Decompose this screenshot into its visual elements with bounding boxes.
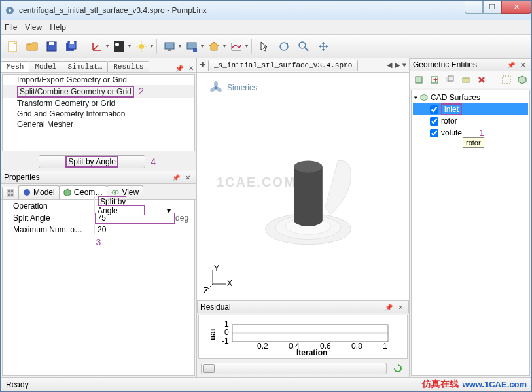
tree-item[interactable]: General Mesher (3, 119, 194, 130)
prop-val-max-num[interactable]: 20 (94, 225, 175, 234)
rotate-icon[interactable] (275, 37, 293, 56)
tab-simulation[interactable]: Simulat… (62, 61, 108, 72)
tab-mesh[interactable]: Mesh (1, 61, 29, 72)
tab-results[interactable]: Results (107, 61, 149, 72)
panel-close-icon[interactable]: ✕ (183, 174, 193, 181)
svg-line-21 (305, 48, 308, 51)
save-all-icon[interactable] (62, 37, 80, 56)
split-by-angle-button[interactable]: Split by Angle (39, 155, 146, 168)
panel-pin-icon[interactable]: 📌 (173, 65, 186, 72)
ge-add-icon[interactable] (412, 73, 425, 86)
tree-item-split-combine[interactable]: Split/Combine Geometry or Grid 2 (3, 85, 194, 98)
annotation-3: 3 (94, 237, 104, 247)
svg-point-37 (294, 161, 323, 173)
annotation-1: 1 (476, 128, 487, 138)
menu-view[interactable]: View (25, 23, 42, 32)
svg-rect-25 (8, 194, 10, 196)
display-icon[interactable] (160, 37, 179, 56)
prop-tab-icon[interactable] (2, 187, 19, 199)
geom-entities-tree[interactable]: ▾ CAD Surfaces inlet rotor volute 1 (411, 90, 530, 376)
maximize-button[interactable]: ☐ (483, 1, 501, 14)
ge-add2-icon[interactable]: + (428, 73, 441, 86)
ge-cube-icon[interactable] (516, 73, 529, 86)
svg-text:Iteration: Iteration (296, 348, 327, 357)
svg-text:+: + (433, 75, 438, 84)
ge-select-icon[interactable] (500, 73, 513, 86)
svg-text:1: 1 (383, 342, 387, 351)
tab-model[interactable]: Model (29, 61, 62, 72)
minimize-button[interactable]: ─ (465, 1, 483, 14)
tree-item[interactable]: Import/Export Geometry or Grid (3, 75, 194, 85)
tree-item[interactable]: Grid and Geometry Information (3, 109, 194, 119)
properties-header: Properties 📌 ✕ (1, 171, 196, 184)
mesh-tree[interactable]: Import/Export Geometry or Grid Split/Com… (2, 74, 195, 151)
cursor-icon[interactable] (255, 37, 274, 56)
panel-pin-icon[interactable]: 📌 (382, 304, 395, 311)
new-icon[interactable] (3, 37, 22, 56)
svg-text:-1: -1 (222, 336, 229, 346)
next-tab-icon[interactable]: ▶ (395, 61, 400, 69)
svg-point-10 (139, 44, 144, 49)
inlet-checkbox[interactable] (430, 105, 438, 114)
panel-close-icon[interactable]: ✕ (186, 65, 196, 72)
viewport-tab[interactable]: _s_initial_stl_surface_v3.4.spro (208, 60, 358, 71)
ge-item-rotor[interactable]: rotor (413, 115, 528, 127)
ge-delete-icon[interactable] (475, 73, 488, 86)
svg-point-9 (115, 43, 119, 46)
prop-val-split-angle[interactable]: 75 (92, 213, 175, 223)
save-icon[interactable] (43, 37, 61, 56)
svg-rect-15 (165, 43, 174, 49)
home-icon[interactable] (205, 37, 223, 56)
zoom-icon[interactable] (294, 37, 313, 56)
open-icon[interactable] (23, 37, 41, 56)
svg-text:1: 1 (224, 319, 229, 329)
site-watermark: 仿真在线 www.1CAE.com (422, 378, 527, 390)
cad-surfaces-node[interactable]: ▾ CAD Surfaces (413, 92, 528, 103)
panel-pin-icon[interactable]: 📌 (505, 62, 518, 69)
new-view-icon[interactable]: ✚ (200, 61, 205, 69)
toolbar: ▾ ▾ ▾ ▾ ▾ ▾ ▾ (1, 35, 531, 58)
ge-copy-icon[interactable] (444, 73, 457, 86)
svg-rect-58 (416, 77, 422, 83)
refresh-icon[interactable] (391, 361, 405, 376)
svg-rect-7 (70, 41, 74, 44)
panel-close-icon[interactable]: ✕ (395, 304, 406, 311)
ge-folder-icon[interactable] (459, 73, 472, 86)
property-grid: Operation Split by Angle ▾ Split Angle 7… (2, 200, 195, 376)
svg-rect-63 (463, 78, 469, 82)
svg-rect-22 (7, 189, 14, 197)
panel-pin-icon[interactable]: 📌 (169, 174, 183, 181)
prop-val-operation[interactable]: Split by Angle ▾ (94, 197, 175, 215)
volute-checkbox[interactable] (430, 129, 438, 137)
sun-icon[interactable] (132, 37, 151, 56)
viewport-3d[interactable]: Simerics 1CAE.COM Y X Z (197, 73, 409, 300)
residual-slider[interactable] (201, 363, 387, 374)
svg-rect-23 (8, 190, 10, 192)
plot-icon[interactable] (227, 37, 245, 56)
tab-menu-icon[interactable]: ▾ (402, 61, 406, 69)
svg-text:0.2: 0.2 (257, 342, 268, 351)
panel-close-icon[interactable]: ✕ (518, 62, 528, 69)
svg-point-1 (9, 9, 11, 12)
axes-icon[interactable] (88, 37, 106, 56)
light-icon[interactable] (110, 37, 128, 56)
save-view-icon[interactable] (183, 37, 201, 56)
prop-tab-model[interactable]: Model (18, 185, 60, 199)
ge-item-inlet[interactable]: inlet (413, 103, 528, 115)
simerics-logo: Simerics (209, 80, 257, 95)
svg-point-33 (215, 86, 218, 90)
titlebar: centrifugal_s_initial_stl_surface_v3.4.s… (1, 1, 531, 20)
window-title: centrifugal_s_initial_stl_surface_v3.4.s… (19, 6, 465, 15)
prev-tab-icon[interactable]: ◀ (387, 61, 392, 69)
pan-icon[interactable] (314, 37, 332, 56)
svg-rect-4 (49, 42, 54, 45)
app-icon (5, 5, 15, 16)
svg-text:Y: Y (214, 264, 219, 273)
menu-file[interactable]: File (5, 23, 17, 32)
close-button[interactable]: ✕ (501, 1, 531, 14)
menu-help[interactable]: Help (50, 23, 66, 32)
svg-rect-26 (11, 194, 13, 196)
tree-item[interactable]: Transform Geometry or Grid (3, 98, 194, 109)
rotor-checkbox[interactable] (430, 117, 438, 126)
svg-rect-24 (11, 190, 13, 192)
